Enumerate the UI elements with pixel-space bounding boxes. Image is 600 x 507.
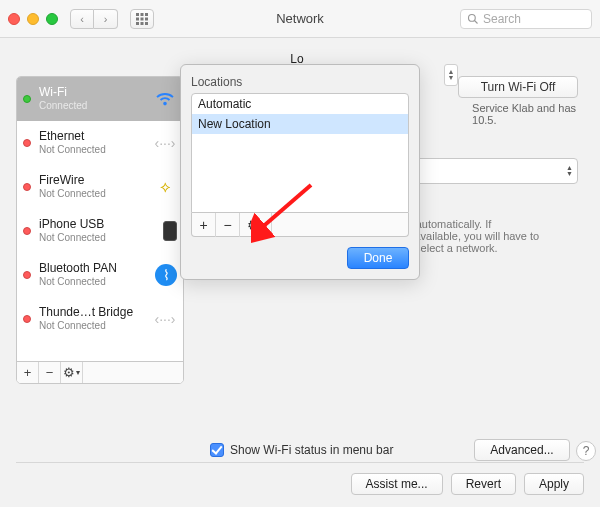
bottom-bar: Assist me... Revert Apply: [16, 462, 584, 495]
service-bluetooth-pan[interactable]: Bluetooth PANNot Connected ⌇: [17, 253, 183, 297]
connection-note: Service Klab and has 10.5.: [472, 102, 576, 126]
locations-popover: Locations Automatic New Location + − ⚙ ▾…: [180, 64, 420, 280]
add-location-button[interactable]: +: [192, 213, 216, 237]
service-label: Thunde…t Bridge: [39, 306, 145, 319]
preference-pane: Lo ▲▼ Wi-FiConnected EthernetNot Connect…: [0, 38, 600, 507]
locations-actions-button[interactable]: ⚙ ▾: [240, 213, 272, 237]
sidebar-footer: + − ⚙▾: [17, 361, 183, 383]
show-wifi-status-label: Show Wi-Fi status in menu bar: [230, 443, 393, 457]
gear-icon: ⚙: [247, 217, 260, 233]
iphone-icon: [163, 221, 177, 241]
service-label: Ethernet: [39, 130, 145, 143]
service-firewire[interactable]: FireWireNot Connected ⟡: [17, 165, 183, 209]
service-status: Not Connected: [39, 319, 145, 332]
service-status: Not Connected: [39, 275, 147, 288]
service-status: Not Connected: [39, 231, 155, 244]
sidebar-actions-button[interactable]: ⚙▾: [61, 362, 83, 384]
service-status: Connected: [39, 99, 145, 112]
bluetooth-icon: ⌇: [155, 264, 177, 286]
wifi-icon: [153, 87, 177, 111]
locations-footer: + − ⚙ ▾: [191, 213, 409, 237]
revert-button[interactable]: Revert: [451, 473, 516, 495]
service-wifi[interactable]: Wi-FiConnected: [17, 77, 183, 121]
service-label: iPhone USB: [39, 218, 155, 231]
services-sidebar: Wi-FiConnected EthernetNot Connected ‹∙∙…: [16, 76, 184, 384]
apply-button[interactable]: Apply: [524, 473, 584, 495]
svg-line-10: [475, 21, 478, 24]
status-dot-red: [23, 315, 31, 323]
service-thunderbolt-bridge[interactable]: Thunde…t BridgeNot Connected ‹∙∙∙›: [17, 297, 183, 341]
chevron-down-icon: ▾: [76, 368, 80, 377]
location-item-new[interactable]: New Location: [192, 114, 408, 134]
checkbox-checked[interactable]: [210, 443, 224, 457]
svg-point-9: [469, 15, 476, 22]
done-button[interactable]: Done: [347, 247, 409, 269]
search-field[interactable]: Search: [460, 9, 592, 29]
gear-icon: ⚙: [63, 365, 75, 380]
ethernet-icon: ‹∙∙∙›: [153, 131, 177, 155]
help-button[interactable]: ?: [576, 441, 596, 461]
status-dot-red: [23, 271, 31, 279]
titlebar: ‹ › Network Search: [0, 0, 600, 38]
status-dot-red: [23, 139, 31, 147]
assist-me-button[interactable]: Assist me...: [351, 473, 443, 495]
thunderbolt-icon: ‹∙∙∙›: [153, 307, 177, 331]
remove-service-button[interactable]: −: [39, 362, 61, 384]
firewire-icon: ⟡: [153, 175, 177, 199]
locations-label: Locations: [191, 75, 409, 89]
remove-location-button[interactable]: −: [216, 213, 240, 237]
service-label: Wi-Fi: [39, 86, 145, 99]
advanced-button[interactable]: Advanced...: [474, 439, 570, 461]
status-dot-red: [23, 227, 31, 235]
turn-wifi-off-button[interactable]: Turn Wi-Fi Off: [458, 76, 578, 98]
status-dot-red: [23, 183, 31, 191]
service-label: Bluetooth PAN: [39, 262, 147, 275]
service-iphone-usb[interactable]: iPhone USBNot Connected: [17, 209, 183, 253]
add-service-button[interactable]: +: [17, 362, 39, 384]
location-item-automatic[interactable]: Automatic: [192, 94, 408, 114]
locations-list[interactable]: Automatic New Location: [191, 93, 409, 213]
status-dot-green: [23, 95, 31, 103]
service-label: FireWire: [39, 174, 145, 187]
service-status: Not Connected: [39, 187, 145, 200]
service-ethernet[interactable]: EthernetNot Connected ‹∙∙∙›: [17, 121, 183, 165]
show-wifi-status-row[interactable]: Show Wi-Fi status in menu bar: [210, 443, 393, 457]
chevron-updown-icon: ▲▼: [566, 165, 573, 177]
search-placeholder: Search: [483, 12, 521, 26]
chevron-down-icon: ▾: [261, 220, 265, 229]
service-status: Not Connected: [39, 143, 145, 156]
